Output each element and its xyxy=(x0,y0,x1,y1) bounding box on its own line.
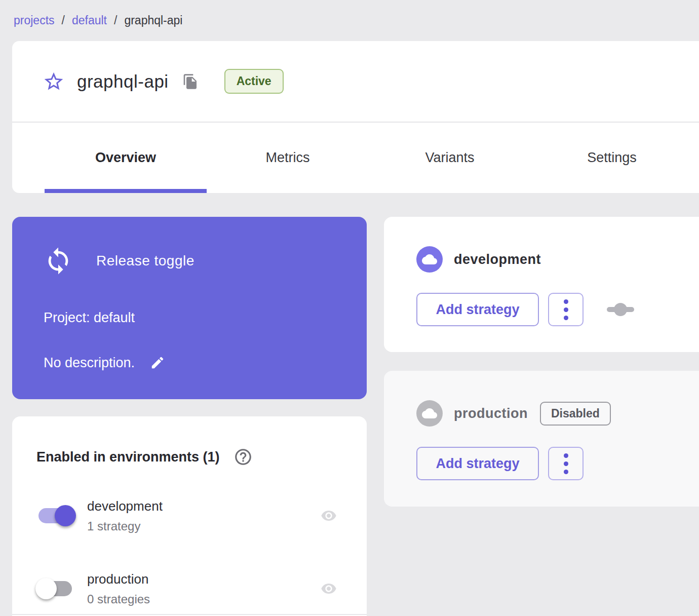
breadcrumb-separator: / xyxy=(62,14,65,27)
production-environment-card: production Disabled Add strategy xyxy=(384,371,699,507)
copy-icon xyxy=(182,73,199,90)
eye-icon xyxy=(318,508,340,524)
disabled-badge: Disabled xyxy=(540,402,611,426)
tab-label: Metrics xyxy=(266,150,310,166)
add-strategy-button[interactable]: Add strategy xyxy=(416,447,539,480)
kebab-icon xyxy=(564,461,568,466)
breadcrumb: projects / default / graphql-api xyxy=(0,0,699,27)
kebab-icon xyxy=(564,470,568,474)
tab-settings[interactable]: Settings xyxy=(531,123,693,193)
environment-card-title: development xyxy=(454,252,541,267)
help-button[interactable] xyxy=(233,447,253,467)
pencil-icon xyxy=(150,355,165,370)
loop-icon xyxy=(44,246,73,276)
tab-overview[interactable]: Overview xyxy=(45,123,207,193)
tab-label: Overview xyxy=(95,150,156,166)
breadcrumb-projects-link[interactable]: projects xyxy=(14,14,55,27)
environment-name: development xyxy=(87,498,163,514)
cloud-icon xyxy=(422,406,437,421)
enabled-environments-panel: Enabled in environments (1) development … xyxy=(12,416,367,616)
enabled-environments-title: Enabled in environments (1) xyxy=(36,449,220,465)
strategy-count: 1 strategy xyxy=(87,519,163,533)
breadcrumb-current-page: graphql-api xyxy=(124,14,182,27)
edit-description-button[interactable] xyxy=(149,354,166,371)
tab-label: Variants xyxy=(425,150,474,166)
breadcrumb-separator: / xyxy=(114,14,117,27)
right-column: development Add strategy production Disa… xyxy=(384,217,699,507)
tab-label: Settings xyxy=(587,150,637,166)
breadcrumb-default-link[interactable]: default xyxy=(72,14,107,27)
left-column: Release toggle Project: default No descr… xyxy=(12,217,367,616)
toggle-thumb xyxy=(55,505,76,526)
add-strategy-button[interactable]: Add strategy xyxy=(416,293,539,326)
feature-title-row: graphql-api Active xyxy=(12,41,699,123)
tab-bar: Overview Metrics Variants Settings xyxy=(12,123,699,193)
question-icon xyxy=(234,447,253,467)
development-toggle[interactable] xyxy=(36,504,77,528)
environment-row-development: development 1 strategy xyxy=(36,491,340,540)
production-toggle[interactable] xyxy=(36,576,77,601)
release-toggle-card: Release toggle Project: default No descr… xyxy=(12,217,367,399)
tab-variants[interactable]: Variants xyxy=(369,123,531,193)
cloud-icon xyxy=(422,252,437,267)
environment-menu-button[interactable] xyxy=(548,447,584,480)
strategy-slider-icon[interactable] xyxy=(607,302,634,317)
kebab-icon xyxy=(564,299,568,304)
strategy-count: 0 strategies xyxy=(87,592,150,606)
toggle-thumb xyxy=(35,578,57,599)
status-badge: Active xyxy=(224,69,284,94)
feature-header-card: graphql-api Active Overview Metrics Vari… xyxy=(12,41,699,193)
kebab-icon xyxy=(564,307,568,312)
environment-row-production: production 0 strategies xyxy=(36,564,340,613)
environment-card-title: production xyxy=(454,406,528,421)
development-environment-card: development Add strategy xyxy=(384,217,699,352)
kebab-icon xyxy=(564,316,568,320)
active-tab-indicator xyxy=(45,189,207,193)
panel-divider xyxy=(12,614,367,615)
environment-name: production xyxy=(87,571,150,587)
star-icon xyxy=(43,70,65,93)
favorite-button[interactable] xyxy=(43,70,65,93)
page-title: graphql-api xyxy=(77,71,169,92)
environment-avatar xyxy=(416,400,443,427)
project-label: Project: default xyxy=(44,310,342,326)
eye-icon xyxy=(318,581,340,597)
view-environment-button[interactable] xyxy=(317,580,340,597)
view-environment-button[interactable] xyxy=(317,507,340,524)
environment-avatar xyxy=(416,246,443,273)
tab-metrics[interactable]: Metrics xyxy=(207,123,369,193)
copy-button[interactable] xyxy=(182,73,199,90)
description-text: No description. xyxy=(44,355,135,371)
environment-menu-button[interactable] xyxy=(548,293,584,326)
kebab-icon xyxy=(564,453,568,458)
toggle-type-label: Release toggle xyxy=(96,253,195,269)
